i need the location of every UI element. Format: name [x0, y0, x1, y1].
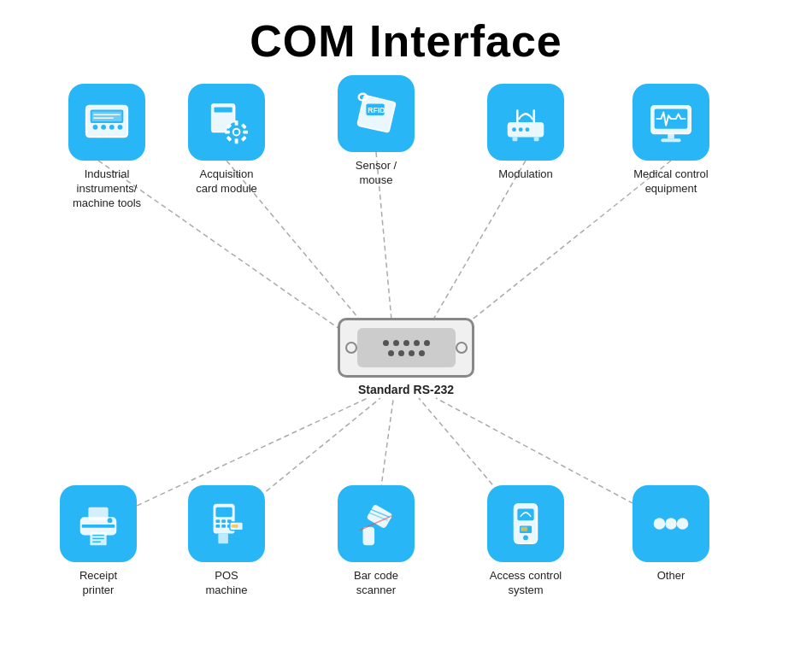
icon-box-access: Access controlsystem — [487, 485, 564, 598]
modulation-icon — [501, 97, 550, 147]
icon-box-acquisition: Acquisitioncard module — [188, 84, 265, 196]
svg-point-15 — [101, 125, 106, 130]
svg-point-82 — [654, 518, 666, 530]
industrial-label: Industrial instruments/machine tools — [60, 167, 154, 211]
svg-point-40 — [512, 127, 516, 132]
pos-icon — [202, 499, 251, 548]
sensor-icon: RFID — [351, 89, 401, 138]
barcode-icon-tile — [338, 485, 415, 562]
svg-rect-51 — [88, 507, 108, 520]
svg-point-42 — [526, 127, 530, 132]
svg-rect-29 — [243, 131, 248, 134]
svg-rect-80 — [521, 527, 527, 531]
sensor-icon-tile: RFID — [338, 75, 415, 152]
icon-box-medical: Medical controlequipment — [633, 84, 709, 196]
svg-rect-68 — [232, 525, 238, 528]
svg-rect-26 — [235, 120, 238, 126]
industrial-icon-tile — [68, 84, 145, 161]
sensor-label: Sensor /mouse — [356, 159, 397, 188]
svg-rect-64 — [221, 525, 226, 528]
svg-rect-71 — [363, 527, 375, 545]
acquisition-icon-tile — [188, 84, 265, 161]
svg-point-57 — [108, 518, 113, 523]
modulation-label: Modulation — [498, 167, 553, 182]
svg-point-16 — [109, 125, 115, 130]
center-connector: Standard RS-232 — [338, 318, 474, 396]
svg-point-17 — [118, 125, 123, 130]
industrial-icon — [82, 97, 132, 147]
svg-rect-43 — [513, 137, 518, 141]
barcode-icon — [351, 499, 401, 548]
svg-line-3 — [419, 161, 526, 344]
icon-box-receipt: Receiptprinter — [60, 485, 137, 598]
icon-box-pos: POSmachine — [188, 485, 265, 598]
receipt-icon-tile — [60, 485, 137, 562]
icon-box-industrial: Industrial instruments/machine tools — [60, 84, 154, 211]
svg-rect-60 — [215, 519, 220, 523]
svg-rect-44 — [534, 137, 539, 141]
medical-icon-tile — [633, 84, 709, 161]
svg-point-41 — [519, 127, 523, 132]
other-label: Other — [657, 569, 685, 583]
access-label: Access controlsystem — [490, 569, 562, 598]
rs232-label: Standard RS-232 — [338, 383, 474, 396]
barcode-label: Bar codescanner — [354, 569, 398, 598]
icon-box-barcode: Bar codescanner — [338, 485, 415, 598]
svg-rect-69 — [218, 534, 228, 544]
receipt-icon — [74, 499, 123, 548]
svg-rect-27 — [235, 138, 238, 144]
icon-box-sensor: RFID Sensor /mouse — [338, 75, 415, 188]
icon-box-other: Other — [633, 485, 709, 583]
svg-rect-56 — [82, 525, 115, 528]
svg-point-84 — [677, 518, 689, 530]
other-icon-tile — [633, 485, 709, 562]
svg-point-83 — [665, 518, 677, 530]
svg-rect-63 — [215, 525, 220, 528]
svg-point-14 — [93, 125, 98, 130]
receipt-label: Receiptprinter — [79, 569, 117, 598]
svg-point-25 — [234, 130, 239, 135]
svg-rect-28 — [225, 131, 230, 134]
svg-text:RFID: RFID — [368, 106, 385, 114]
rs232-box — [338, 318, 474, 378]
acquisition-label: Acquisitioncard module — [196, 167, 257, 196]
acquisition-icon — [202, 97, 251, 147]
diagram-container: Standard RS-232 Industrial instruments/m… — [0, 67, 812, 645]
svg-rect-13 — [92, 111, 122, 121]
svg-rect-61 — [221, 519, 226, 523]
icon-box-modulation: Modulation — [487, 84, 564, 182]
access-icon-tile — [487, 485, 564, 562]
other-icon — [646, 499, 696, 548]
medical-icon — [646, 97, 696, 147]
svg-rect-49 — [661, 138, 680, 142]
modulation-icon-tile — [487, 84, 564, 161]
svg-rect-77 — [517, 509, 533, 521]
svg-rect-59 — [215, 507, 232, 518]
svg-point-81 — [523, 536, 528, 541]
medical-label: Medical controlequipment — [633, 167, 708, 196]
pos-icon-tile — [188, 485, 265, 562]
pos-label: POSmachine — [205, 569, 247, 598]
svg-rect-48 — [668, 134, 674, 139]
access-icon — [501, 499, 550, 548]
svg-rect-22 — [215, 108, 232, 113]
page-title: COM Interface — [0, 0, 812, 67]
